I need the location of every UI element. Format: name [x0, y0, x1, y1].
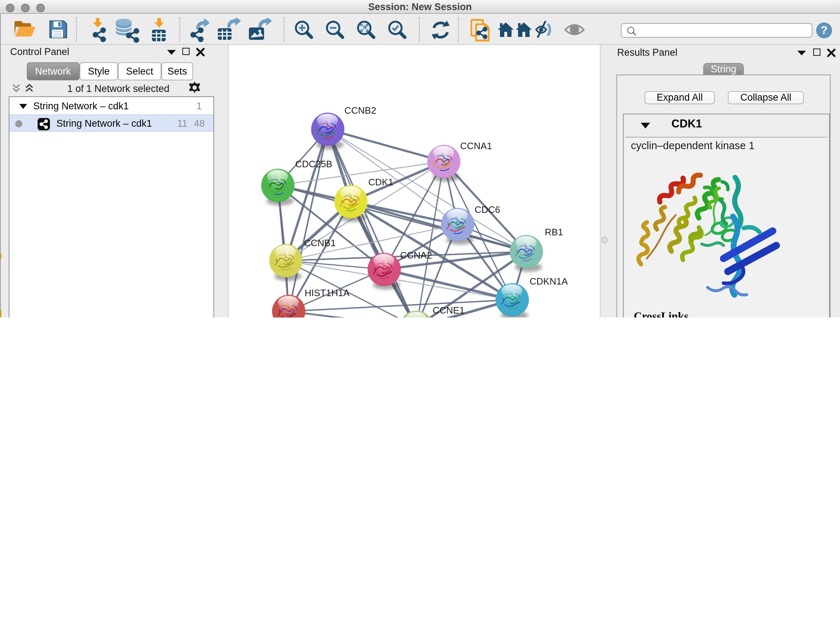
svg-text:CCNA1: CCNA1	[460, 141, 492, 151]
svg-text:CDKN1A: CDKN1A	[530, 276, 568, 287]
svg-text:CCNB2: CCNB2	[344, 105, 376, 116]
svg-text:RB1: RB1	[545, 226, 563, 238]
svg-text:CDC6: CDC6	[475, 204, 500, 215]
svg-text:CDC25B: CDC25B	[295, 158, 332, 169]
svg-text:CCNA2: CCNA2	[400, 250, 432, 261]
svg-text:CCNB1: CCNB1	[304, 238, 336, 249]
svg-text:CCNE1: CCNE1	[433, 305, 464, 316]
svg-text:HIST1H1A: HIST1H1A	[305, 287, 350, 298]
svg-text:CDK1: CDK1	[368, 177, 393, 187]
